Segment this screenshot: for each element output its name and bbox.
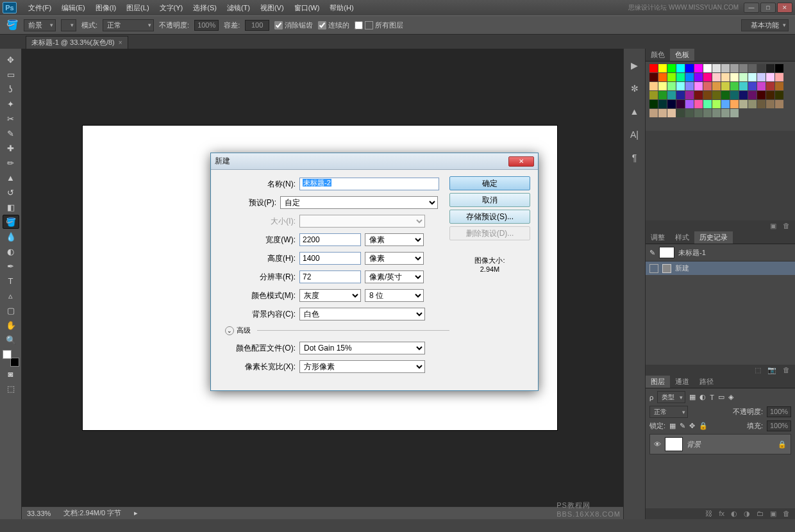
bitdepth-select[interactable]: 8 位 bbox=[365, 289, 424, 302]
crop-tool[interactable]: ✂ bbox=[3, 112, 19, 126]
adjustment-icon[interactable]: ◑ bbox=[744, 510, 750, 518]
swatch[interactable] bbox=[748, 64, 757, 72]
histogram-icon[interactable]: ▲ bbox=[630, 106, 639, 117]
swatch[interactable] bbox=[757, 91, 766, 99]
blend-mode-dropdown[interactable]: 正常 bbox=[649, 406, 688, 418]
menu-item[interactable]: 视图(V) bbox=[255, 2, 289, 14]
swatch[interactable] bbox=[730, 64, 739, 72]
type-tool[interactable]: T bbox=[3, 274, 19, 288]
colormode-select[interactable]: 灰度 bbox=[299, 289, 361, 302]
swatch[interactable] bbox=[676, 91, 685, 99]
fg-bg-color[interactable] bbox=[3, 350, 19, 367]
close-button[interactable]: ✕ bbox=[777, 3, 792, 13]
history-brush-tool[interactable]: ↺ bbox=[3, 185, 19, 199]
history-item[interactable]: 新建 bbox=[646, 262, 795, 275]
menu-item[interactable]: 图像(I) bbox=[90, 2, 121, 14]
swatch[interactable] bbox=[703, 100, 712, 108]
trash-icon[interactable]: 🗑 bbox=[783, 510, 790, 518]
swatch[interactable] bbox=[667, 73, 676, 81]
swatch[interactable] bbox=[694, 109, 703, 117]
lock-trans-icon[interactable]: ▦ bbox=[669, 422, 676, 430]
swatch[interactable] bbox=[676, 82, 685, 90]
eraser-tool[interactable]: ◧ bbox=[3, 200, 19, 214]
quickmask-tool[interactable]: ◙ bbox=[3, 367, 19, 381]
swatch[interactable] bbox=[658, 73, 667, 81]
profile-select[interactable]: Dot Gain 15% bbox=[299, 342, 425, 354]
swatch[interactable] bbox=[667, 64, 676, 72]
wand-tool[interactable]: ✦ bbox=[3, 97, 19, 111]
move-tool[interactable]: ✥ bbox=[3, 53, 19, 67]
mode-dropdown[interactable]: 正常 bbox=[103, 19, 154, 31]
hand-tool[interactable]: ✋ bbox=[3, 318, 19, 332]
bucket-tool[interactable]: 🪣 bbox=[3, 215, 19, 229]
swatch[interactable] bbox=[676, 109, 685, 117]
swatch[interactable] bbox=[712, 82, 721, 90]
swatch[interactable] bbox=[748, 100, 757, 108]
swatch[interactable] bbox=[739, 91, 748, 99]
trash-icon[interactable]: 🗑 bbox=[783, 222, 790, 230]
menu-item[interactable]: 文件(F) bbox=[23, 2, 56, 14]
swatch[interactable] bbox=[748, 73, 757, 81]
swatch[interactable] bbox=[775, 73, 783, 81]
swatch[interactable] bbox=[757, 64, 766, 72]
swatch[interactable] bbox=[649, 109, 658, 117]
zoom-value[interactable]: 33.33% bbox=[27, 510, 51, 517]
stamp-tool[interactable]: ▲ bbox=[3, 170, 19, 185]
doc-info[interactable]: 文档:2.94M/0 字节 bbox=[63, 508, 121, 518]
snapshot-icon[interactable]: ⬚ bbox=[755, 366, 761, 374]
swatch[interactable] bbox=[658, 82, 667, 90]
channels-tab[interactable]: 通道 bbox=[670, 376, 694, 388]
aspect-select[interactable]: 方形像素 bbox=[299, 360, 425, 373]
character-icon[interactable]: A| bbox=[630, 129, 639, 140]
healing-tool[interactable]: ✚ bbox=[3, 141, 19, 155]
swatch[interactable] bbox=[694, 73, 703, 81]
resolution-unit-select[interactable]: 像素/英寸 bbox=[365, 270, 424, 283]
layer-opacity-value[interactable]: 100% bbox=[767, 406, 791, 417]
swatch[interactable] bbox=[667, 109, 676, 117]
swatch[interactable] bbox=[730, 73, 739, 81]
opacity-value[interactable]: 100% bbox=[194, 20, 219, 31]
mask-icon[interactable]: ◐ bbox=[731, 510, 737, 518]
swatch[interactable] bbox=[658, 100, 667, 108]
swatch[interactable] bbox=[685, 100, 694, 108]
blur-tool[interactable]: 💧 bbox=[3, 229, 19, 244]
swatch[interactable] bbox=[730, 82, 739, 90]
swatches-tab[interactable]: 色板 bbox=[670, 49, 694, 61]
swatch[interactable] bbox=[712, 73, 721, 81]
lock-paint-icon[interactable]: ✎ bbox=[680, 422, 685, 430]
width-unit-select[interactable]: 像素 bbox=[365, 233, 424, 246]
swatch[interactable] bbox=[685, 109, 694, 117]
swatches-grid[interactable] bbox=[646, 62, 795, 131]
swatch[interactable] bbox=[649, 82, 658, 90]
color-tab[interactable]: 颜色 bbox=[646, 49, 670, 61]
swatch[interactable] bbox=[703, 82, 712, 90]
swatch[interactable] bbox=[775, 82, 783, 90]
eye-icon[interactable]: 👁 bbox=[654, 440, 661, 448]
menu-item[interactable]: 帮助(H) bbox=[324, 2, 358, 14]
fx-icon[interactable]: fx bbox=[719, 510, 724, 518]
fill-value[interactable]: 100% bbox=[767, 420, 791, 431]
swatch[interactable] bbox=[712, 109, 721, 117]
document-tab[interactable]: 未标题-1 @ 33.3%(灰色/8) × bbox=[26, 36, 128, 49]
pattern-dropdown[interactable] bbox=[61, 19, 76, 31]
contiguous-checkbox[interactable]: 连续的 bbox=[318, 21, 349, 30]
menu-item[interactable]: 文字(Y) bbox=[155, 2, 188, 14]
swatch[interactable] bbox=[766, 73, 774, 81]
play-icon[interactable]: ▶ bbox=[631, 60, 638, 71]
swatch[interactable] bbox=[739, 82, 748, 90]
swatch[interactable] bbox=[658, 109, 667, 117]
minimize-button[interactable]: — bbox=[744, 3, 759, 13]
height-unit-select[interactable]: 像素 bbox=[365, 252, 424, 265]
lock-pos-icon[interactable]: ✥ bbox=[689, 422, 695, 430]
new-icon[interactable]: ▣ bbox=[770, 222, 776, 230]
swatch[interactable] bbox=[739, 73, 748, 81]
screenmode-tool[interactable]: ⬚ bbox=[3, 381, 19, 395]
eyedropper-tool[interactable]: ✎ bbox=[3, 126, 19, 140]
filter-adjust-icon[interactable]: ◐ bbox=[699, 393, 706, 401]
swatch[interactable] bbox=[775, 100, 783, 108]
menu-item[interactable]: 编辑(E) bbox=[56, 2, 90, 14]
swatch[interactable] bbox=[676, 64, 685, 72]
dialog-close-button[interactable]: ✕ bbox=[508, 156, 534, 167]
swatch[interactable] bbox=[649, 91, 658, 99]
group-icon[interactable]: 🗀 bbox=[757, 510, 764, 518]
